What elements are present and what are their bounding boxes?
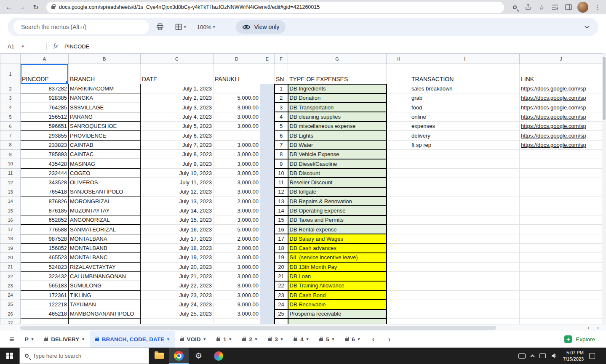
cell-sn[interactable]: 19 bbox=[275, 253, 288, 262]
cell-link[interactable] bbox=[520, 300, 603, 309]
cell-date[interactable]: July 13, 2023 bbox=[141, 197, 214, 206]
cell-B1[interactable]: BRANCH bbox=[69, 64, 141, 84]
cell-h[interactable] bbox=[387, 206, 410, 215]
cell-sn[interactable]: 20 bbox=[275, 262, 288, 271]
cell-panukli[interactable]: 3,000.00 bbox=[214, 253, 260, 262]
row-header[interactable]: 18 bbox=[0, 234, 21, 243]
cell-h[interactable] bbox=[387, 178, 410, 187]
cell-branch[interactable]: MASINAG bbox=[69, 159, 141, 168]
cell-pincode[interactable]: 785893 bbox=[21, 150, 69, 159]
cell-spacer[interactable] bbox=[260, 103, 275, 112]
row-header[interactable]: 11 bbox=[0, 168, 21, 178]
cell-sn[interactable]: 15 bbox=[275, 215, 288, 225]
cell-transaction[interactable] bbox=[410, 178, 520, 187]
cell-link[interactable] bbox=[520, 234, 603, 243]
cell-panukli[interactable]: 5,000.00 bbox=[214, 93, 260, 103]
cell-h[interactable] bbox=[387, 197, 410, 206]
row-header[interactable]: 4 bbox=[0, 103, 21, 112]
reading-list-icon[interactable] bbox=[549, 1, 561, 13]
cell-sn[interactable]: 22 bbox=[275, 281, 288, 290]
vertical-scrollbar[interactable] bbox=[602, 53, 606, 324]
column-header-a[interactable]: A bbox=[21, 54, 69, 64]
cell-link[interactable] bbox=[520, 319, 603, 324]
cell-transaction[interactable]: food bbox=[410, 103, 520, 112]
cell-J1[interactable]: LINK bbox=[520, 64, 603, 84]
cell-branch[interactable]: TAYUMAN bbox=[69, 300, 141, 309]
cell-pincode[interactable]: 776588 bbox=[21, 225, 69, 234]
cell-expense[interactable]: DB Repairs & Renovation bbox=[288, 197, 387, 206]
zoom-icon[interactable] bbox=[508, 1, 521, 13]
cell-transaction[interactable] bbox=[410, 197, 520, 206]
tab-scroll-right-icon[interactable]: › bbox=[388, 335, 390, 344]
cell-spacer[interactable] bbox=[260, 122, 275, 131]
cell-pincode[interactable]: 293855 bbox=[21, 131, 69, 140]
cell-h[interactable] bbox=[387, 150, 410, 159]
cell-transaction[interactable] bbox=[410, 215, 520, 225]
cell-pincode[interactable]: 172361 bbox=[21, 290, 69, 300]
cell-pincode[interactable]: 596651 bbox=[21, 122, 69, 131]
cell-date[interactable]: July 22, 2023 bbox=[141, 281, 214, 290]
cell-branch[interactable]: SANROQUESHOE bbox=[69, 122, 141, 131]
cell-spacer[interactable] bbox=[260, 131, 275, 140]
sheet-tab-branch-code-date[interactable]: BRANCH, CODE, DATE▾ bbox=[90, 331, 175, 348]
cell-transaction[interactable] bbox=[410, 319, 520, 324]
cell-branch[interactable]: CAINTAB bbox=[69, 140, 141, 149]
cell-date[interactable]: July 15, 2023 bbox=[141, 215, 214, 225]
sheet-tab-4[interactable]: 4▾ bbox=[288, 331, 314, 348]
vertical-scroll-thumb[interactable] bbox=[603, 57, 606, 120]
cell-panukli[interactable]: 3,000.00 bbox=[214, 168, 260, 178]
cell-transaction[interactable] bbox=[410, 225, 520, 234]
cell-pincode[interactable]: 876826 bbox=[21, 197, 69, 206]
cell-link[interactable] bbox=[520, 262, 603, 271]
cell-date[interactable]: July 23, 2023 bbox=[141, 290, 214, 300]
row-header[interactable]: 22 bbox=[0, 271, 21, 281]
cell-transaction[interactable] bbox=[410, 206, 520, 215]
cell-link[interactable]: https://docs.google.com/sp bbox=[520, 122, 603, 131]
cell-expense[interactable]: Prosperna receivable bbox=[288, 309, 387, 319]
cell-panukli[interactable]: 2,000.00 bbox=[214, 234, 260, 243]
cell-pincode[interactable]: 652852 bbox=[21, 215, 69, 225]
cell-sn[interactable]: 17 bbox=[275, 234, 288, 243]
cell-branch[interactable]: MONTALBANA bbox=[69, 234, 141, 243]
row-header[interactable]: 7 bbox=[0, 131, 21, 140]
cell-transaction[interactable] bbox=[410, 271, 520, 281]
row-header[interactable]: 20 bbox=[0, 253, 21, 262]
column-header-e[interactable]: E bbox=[260, 54, 275, 64]
cell-spacer[interactable] bbox=[260, 319, 275, 324]
sheet-tab-delivery[interactable]: DELIVERY▾ bbox=[39, 331, 90, 348]
cell-spacer[interactable] bbox=[260, 187, 275, 197]
cell-date[interactable]: July 7, 2023 bbox=[141, 140, 214, 149]
sheet-tab-p[interactable]: P▾ bbox=[19, 331, 39, 348]
cell-h[interactable] bbox=[387, 244, 410, 253]
row-header[interactable]: 17 bbox=[0, 225, 21, 234]
cell-panukli[interactable]: 3,000.00 bbox=[214, 271, 260, 281]
cell-h[interactable] bbox=[387, 309, 410, 319]
cell-h[interactable] bbox=[387, 300, 410, 309]
cell-h[interactable] bbox=[387, 253, 410, 262]
column-header-h[interactable]: H bbox=[387, 54, 410, 64]
cell-expense[interactable]: DB Receivable bbox=[288, 300, 387, 309]
cell-pincode[interactable]: 987528 bbox=[21, 234, 69, 243]
cell-pincode[interactable] bbox=[21, 319, 69, 324]
row-header[interactable]: 6 bbox=[0, 122, 21, 131]
cell-link[interactable]: https://docs.google.com/sp bbox=[520, 140, 603, 149]
cell-spacer[interactable] bbox=[260, 84, 275, 93]
cell-panukli[interactable]: 3,000.00 bbox=[214, 150, 260, 159]
cell-expense[interactable]: DB Operating Expense bbox=[288, 206, 387, 215]
row-header[interactable]: 16 bbox=[0, 215, 21, 225]
borders-grid-button[interactable]: ▾ bbox=[171, 20, 190, 34]
action-center-icon[interactable] bbox=[589, 353, 595, 359]
cell-spacer[interactable] bbox=[260, 281, 275, 290]
cell-expense[interactable]: DB Cash advances bbox=[288, 244, 387, 253]
cell-F1[interactable]: SN bbox=[275, 64, 288, 84]
cell-branch[interactable]: CAINTAC bbox=[69, 150, 141, 159]
volume-icon[interactable] bbox=[551, 353, 558, 359]
cell-spacer[interactable] bbox=[260, 197, 275, 206]
cell-I1[interactable]: TRANSACTION bbox=[410, 64, 520, 84]
cell-branch[interactable]: MUZONTAYTAY bbox=[69, 206, 141, 215]
cell-link[interactable] bbox=[520, 187, 603, 197]
bookmark-star-icon[interactable]: ☆ bbox=[535, 1, 548, 13]
cell-spacer[interactable] bbox=[260, 93, 275, 103]
cell-pincode[interactable]: 122218 bbox=[21, 300, 69, 309]
cell-expense[interactable]: DB Donation bbox=[288, 93, 387, 103]
